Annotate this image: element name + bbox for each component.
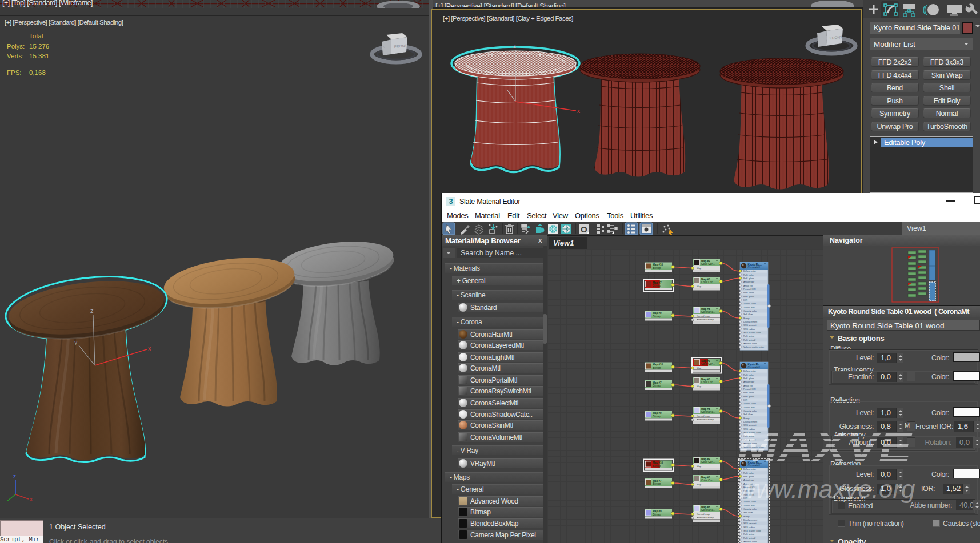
svg-text:Color Cor ...: Color Cor ...: [701, 479, 715, 482]
svg-text:Map: Map: [697, 483, 702, 486]
svg-text:Bitmap: Bitmap: [653, 267, 661, 270]
svg-text:Refl. color: Refl. color: [743, 273, 754, 276]
svg-text:IOR: IOR: [743, 399, 747, 401]
svg-text:Transl. fres.: Transl. fres.: [743, 306, 755, 309]
svg-text:Color Cor ...: Color Cor ...: [701, 363, 715, 365]
svg-text:Opacity color: Opacity color: [743, 409, 757, 412]
svg-text:Map #7: Map #7: [653, 480, 662, 482]
svg-text:Bitmap: Bitmap: [653, 482, 661, 485]
svg-text:Map #5: Map #5: [701, 278, 710, 281]
svg-text:Map: Map: [697, 385, 702, 388]
svg-text:Opacity color: Opacity color: [743, 309, 757, 312]
svg-text:Refr. color: Refr. color: [743, 291, 754, 294]
svg-text:Normal map: Normal map: [697, 415, 710, 417]
svg-text:Map #9: Map #9: [653, 510, 662, 513]
svg-text:Kyoto Ro...: Kyoto Ro...: [748, 363, 762, 366]
svg-text:Transl. color: Transl. color: [743, 402, 757, 405]
svg-text:Color Cor ...: Color Cor ...: [701, 461, 715, 464]
svg-text:Self-illum.: Self-illum.: [743, 313, 754, 316]
svg-text:Bitmap: Bitmap: [653, 384, 661, 387]
svg-text:[+] [Top] [Standard] [Wirefram: [+] [Top] [Standard] [Wireframe]: [2, 0, 93, 7]
svg-text:Opacity color: Opacity color: [743, 508, 757, 510]
svg-text:Additional bump: Additional bump: [697, 516, 714, 519]
svg-text:CoronaNo...: CoronaNo...: [701, 411, 715, 413]
svg-text:Displacement: Displacement: [743, 518, 758, 521]
svg-text:Bitmap: Bitmap: [653, 513, 661, 516]
svg-text:SSS amount: SSS amount: [743, 324, 757, 327]
svg-text:Bump: Bump: [743, 515, 750, 518]
svg-text:y: y: [74, 339, 78, 345]
svg-text:[+] [Perspective] [Standard] [: [+] [Perspective] [Standard] [Default Sh…: [435, 2, 566, 7]
svg-text:SSS scatter color: SSS scatter color: [743, 331, 762, 334]
svg-text:Refl. aniso: Refl. aniso: [743, 335, 755, 337]
svg-text:Map: Map: [697, 367, 702, 369]
svg-text:z: z: [513, 43, 516, 49]
svg-text:Anisotropy: Anisotropy: [743, 280, 754, 283]
svg-text:Map #10: Map #10: [653, 263, 663, 266]
svg-text:Map #8: Map #8: [701, 506, 710, 509]
svg-text:CoronaMtl: CoronaMtl: [748, 266, 760, 269]
svg-text:SSS radius: SSS radius: [743, 328, 755, 331]
svg-text:Self-illum.: Self-illum.: [743, 511, 754, 514]
svg-text:Refl. aniso: Refl. aniso: [743, 533, 755, 536]
svg-text:Fresnel IOR: Fresnel IOR: [743, 288, 756, 291]
svg-text:Normal map: Normal map: [697, 513, 710, 516]
svg-text:Refl. color: Refl. color: [743, 373, 754, 376]
svg-text:Map #8: Map #8: [701, 408, 710, 411]
svg-text:Bitmap: Bitmap: [653, 284, 661, 287]
svg-text:Color Cor ...: Color Cor ...: [701, 263, 715, 266]
svg-text:Self-illum.: Self-illum.: [743, 413, 754, 416]
svg-text:Map: Map: [697, 465, 702, 468]
svg-text:Displacement: Displacement: [743, 320, 758, 323]
svg-text:z: z: [90, 307, 94, 314]
svg-text:Absorb. color: Absorb. color: [743, 540, 757, 543]
svg-text:Diffuse color: Diffuse color: [743, 270, 757, 272]
svg-text:Diffuse color: Diffuse color: [743, 369, 757, 372]
svg-text:IOR: IOR: [743, 299, 747, 301]
svg-text:x: x: [148, 345, 151, 352]
svg-text:Refl. aniso2: Refl. aniso2: [743, 339, 756, 341]
svg-text:CoronaMtl: CoronaMtl: [748, 366, 760, 369]
svg-text:Bitmap: Bitmap: [653, 465, 661, 468]
svg-text:Color Cor ...: Color Cor ...: [701, 281, 715, 284]
svg-text:Transl. fres.: Transl. fres.: [743, 504, 755, 507]
svg-text:Refl. gloss: Refl. gloss: [743, 277, 754, 280]
svg-text:Fresnel IOR: Fresnel IOR: [743, 388, 756, 391]
svg-text:x: x: [577, 108, 580, 114]
svg-text:Color Cor ...: Color Cor ...: [701, 381, 715, 384]
svg-text:Bitmap: Bitmap: [653, 415, 661, 418]
svg-text:Additional bump: Additional bump: [697, 318, 714, 321]
svg-text:O: O: [581, 224, 587, 234]
svg-text:Refr. gloss: Refr. gloss: [743, 295, 754, 298]
svg-text:Map: Map: [697, 285, 702, 288]
svg-text:Map #5: Map #5: [701, 476, 710, 479]
svg-text:Map #10: Map #10: [653, 461, 663, 464]
svg-text:Additional bump: Additional bump: [697, 418, 714, 421]
svg-text:Transl. color: Transl. color: [743, 302, 757, 305]
svg-text:Bump: Bump: [743, 417, 750, 420]
svg-text:Map #7: Map #7: [653, 381, 662, 384]
svg-text:Refr. color: Refr. color: [743, 391, 754, 394]
svg-text:Transl. fres.: Transl. fres.: [743, 406, 755, 409]
svg-text:Bitmap: Bitmap: [653, 315, 661, 318]
svg-text:Map #10: Map #10: [653, 363, 663, 366]
svg-text:Map #5: Map #5: [701, 378, 710, 381]
svg-text:Map #9: Map #9: [701, 260, 710, 263]
svg-text:z: z: [13, 473, 16, 480]
svg-text:Kyoto Ro...: Kyoto Ro...: [748, 263, 762, 266]
svg-text:Map #7: Map #7: [653, 281, 662, 284]
svg-text:Map #9: Map #9: [701, 360, 710, 363]
svg-text:Map #8: Map #8: [701, 308, 710, 311]
svg-text:Aniso rot.: Aniso rot.: [743, 384, 753, 387]
svg-text:Refl. color: Refl. color: [743, 472, 754, 474]
svg-text:Aniso rot.: Aniso rot.: [743, 284, 753, 287]
svg-text:Volume scatter color: Volume scatter color: [743, 345, 765, 348]
svg-text:CoronaNo...: CoronaNo...: [701, 509, 715, 512]
svg-text:Refr. gloss: Refr. gloss: [743, 395, 754, 398]
svg-text:Bitmap: Bitmap: [653, 367, 661, 369]
svg-text:Map #9: Map #9: [653, 412, 662, 415]
svg-text:SSS amount: SSS amount: [743, 522, 757, 525]
svg-text:Refl. aniso2: Refl. aniso2: [743, 537, 756, 540]
svg-text:CoronaNo...: CoronaNo...: [701, 311, 715, 313]
svg-text:Map #9: Map #9: [701, 458, 710, 461]
